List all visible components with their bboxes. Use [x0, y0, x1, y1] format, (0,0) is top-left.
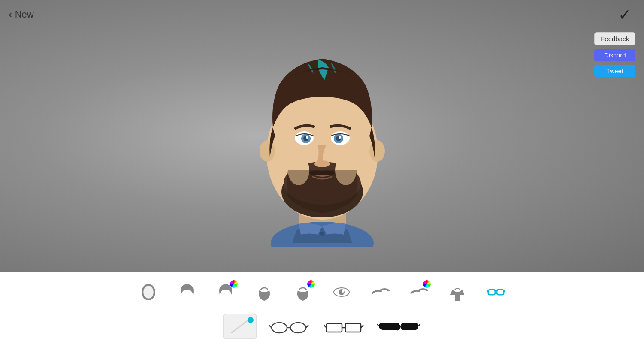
confirm-button[interactable]: ✓	[618, 6, 631, 24]
right-action-buttons: Feedback Discord Tweet	[594, 32, 635, 77]
avatar-display	[232, 24, 412, 247]
glasses-option-square-thin[interactable]	[320, 314, 367, 339]
svg-rect-39	[345, 323, 361, 332]
back-button[interactable]: ‹ New	[9, 8, 34, 21]
beard-color-indicator	[307, 280, 315, 288]
svg-rect-27	[488, 290, 495, 295]
svg-point-3	[320, 232, 324, 236]
chevron-left-icon: ‹	[9, 8, 12, 21]
svg-point-15	[306, 136, 308, 139]
category-beard[interactable]	[251, 279, 277, 305]
avatar-viewport: ‹ New ✓ Feedback Discord Tweet	[0, 0, 644, 272]
glasses-option-wrap-dark[interactable]	[375, 314, 422, 339]
svg-point-26	[342, 290, 344, 293]
category-row	[136, 279, 509, 305]
category-eyebrow-color[interactable]	[406, 279, 432, 305]
feedback-button[interactable]: Feedback	[594, 32, 635, 45]
category-outfit[interactable]	[444, 279, 470, 305]
svg-point-19	[339, 136, 341, 139]
glasses-option-round-thin[interactable]	[266, 314, 312, 339]
customization-toolbar	[0, 272, 644, 362]
selected-indicator	[248, 317, 254, 323]
svg-rect-28	[497, 290, 504, 295]
category-glasses[interactable]	[483, 279, 509, 305]
category-hair[interactable]	[174, 279, 200, 305]
eyebrow-color-indicator	[423, 280, 431, 288]
glasses-option-none[interactable]	[223, 314, 257, 339]
category-eyebrows[interactable]	[367, 279, 393, 305]
svg-point-6	[369, 140, 385, 162]
svg-line-36	[269, 325, 272, 328]
tweet-button[interactable]: Tweet	[594, 65, 635, 77]
svg-point-34	[290, 323, 306, 333]
svg-line-32	[231, 320, 248, 333]
svg-line-37	[306, 325, 308, 328]
hair-color-indicator	[230, 280, 238, 288]
category-face[interactable]	[136, 279, 161, 305]
svg-rect-38	[327, 323, 342, 332]
svg-point-11	[314, 160, 330, 167]
category-hair-color[interactable]	[213, 279, 239, 305]
svg-point-33	[272, 323, 287, 333]
discord-button[interactable]: Discord	[594, 49, 635, 61]
glasses-options-row	[223, 314, 422, 339]
category-eyes[interactable]	[329, 279, 354, 305]
svg-point-5	[260, 140, 275, 162]
svg-line-43	[377, 324, 379, 326]
category-beard-color[interactable]	[290, 279, 316, 305]
back-label: New	[15, 9, 34, 20]
svg-line-44	[418, 324, 420, 326]
